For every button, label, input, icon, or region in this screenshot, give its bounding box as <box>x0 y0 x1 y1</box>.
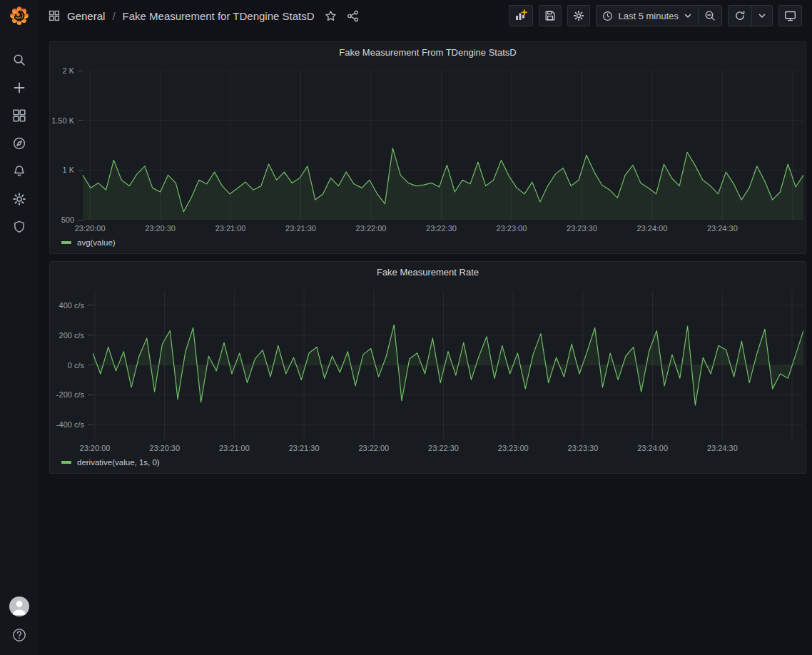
x-tick-label: 23:21:00 <box>219 444 250 452</box>
sidebar-item-help[interactable] <box>0 625 39 645</box>
y-tick-label: 400 c/s <box>59 301 93 310</box>
grafana-logo-icon <box>9 6 29 26</box>
legend-swatch <box>61 461 71 464</box>
dashboards-grid-icon <box>49 10 60 21</box>
clock-icon <box>602 11 613 21</box>
legend-item[interactable]: derivative(value, 1s, 0) <box>61 458 160 467</box>
bell-icon <box>12 164 26 178</box>
sidebar-item-search[interactable] <box>0 46 39 73</box>
user-avatar-icon <box>9 596 29 616</box>
time-picker-group: Last 5 minutes <box>596 5 722 26</box>
add-panel-button[interactable] <box>509 5 533 26</box>
legend-item[interactable]: avg(value) <box>61 238 116 247</box>
panel-title[interactable]: Fake Measurement From TDengine StatsD <box>50 42 806 62</box>
series-area <box>83 148 803 220</box>
y-tick-label: 1 K <box>62 166 83 174</box>
gear-icon <box>573 10 584 21</box>
y-tick-label: 1.50 K <box>51 116 83 125</box>
sidebar-item-alerting[interactable] <box>0 157 39 185</box>
dashboard-settings-button[interactable] <box>567 5 590 26</box>
x-tick-label: 23:22:30 <box>428 444 459 452</box>
kiosk-mode-button[interactable] <box>778 5 802 26</box>
y-tick-label: 0 c/s <box>68 361 93 370</box>
sidebar-item-explore[interactable] <box>0 129 39 157</box>
x-tick-label: 23:20:00 <box>75 224 106 233</box>
legend-label: derivative(value, 1s, 0) <box>77 458 160 467</box>
panel-fake-measurement-rate: Fake Measurement Rate 400 c/s200 c/s0 c/… <box>49 261 806 474</box>
share-icon <box>347 10 359 22</box>
x-tick-label: 23:24:00 <box>636 224 667 233</box>
save-icon <box>544 10 556 21</box>
zoom-out-time-button[interactable] <box>698 6 721 26</box>
refresh-icon <box>734 10 746 21</box>
x-tick-label: 23:21:30 <box>285 224 316 233</box>
dashboard-title[interactable]: Fake Measurement for TDengine StatsD <box>123 10 315 22</box>
add-panel-icon <box>514 9 527 22</box>
plot-area[interactable] <box>83 71 803 220</box>
x-tick-label: 23:20:00 <box>80 444 111 452</box>
refresh-group <box>728 5 773 26</box>
zoom-out-icon <box>704 10 716 21</box>
y-tick-label: -200 c/s <box>56 390 93 399</box>
help-icon <box>11 627 27 643</box>
x-axis: 23:20:0023:20:3023:21:0023:21:3023:22:00… <box>56 223 803 234</box>
dashboards-grid-icon <box>12 108 26 123</box>
share-dashboard-button[interactable] <box>347 10 359 22</box>
sidebar-item-dashboards[interactable] <box>0 101 39 129</box>
y-axis: 2 K1.50 K1 K500 <box>56 71 83 220</box>
star-icon <box>325 10 337 22</box>
breadcrumb: General / Fake Measurement for TDengine … <box>49 10 315 22</box>
x-tick-label: 23:22:00 <box>356 224 387 233</box>
legend-swatch <box>61 241 71 244</box>
x-axis: 23:20:0023:20:3023:21:0023:21:3023:22:00… <box>56 442 803 454</box>
x-tick-label: 23:20:30 <box>145 224 176 233</box>
breadcrumb-folder[interactable]: General <box>67 10 105 22</box>
sidebar-item-server-admin[interactable] <box>0 213 39 240</box>
monitor-icon <box>784 10 796 22</box>
compass-icon <box>12 136 26 151</box>
x-tick-label: 23:24:30 <box>707 444 738 452</box>
refresh-button[interactable] <box>729 6 751 26</box>
plus-icon <box>12 81 26 95</box>
x-tick-label: 23:22:00 <box>358 444 389 452</box>
legend-label: avg(value) <box>77 238 116 247</box>
x-tick-label: 23:23:30 <box>567 224 597 233</box>
y-tick-label: 2 K <box>62 66 83 75</box>
breadcrumb-separator: / <box>112 10 115 22</box>
x-tick-label: 23:21:30 <box>289 444 320 452</box>
chevron-down-icon <box>684 11 692 20</box>
time-range-label: Last 5 minutes <box>618 11 679 21</box>
user-avatar[interactable] <box>9 596 29 616</box>
chart-body: 2 K1.50 K1 K500 <box>56 71 803 220</box>
y-tick-label: 200 c/s <box>59 331 93 340</box>
star-dashboard-button[interactable] <box>325 10 337 22</box>
chart-svg <box>93 290 803 440</box>
x-tick-label: 23:22:30 <box>426 224 457 233</box>
gear-icon <box>12 192 26 206</box>
chevron-down-icon <box>758 11 766 20</box>
x-tick-label: 23:24:00 <box>637 444 668 452</box>
grafana-logo[interactable] <box>0 0 39 31</box>
toolbar: Last 5 minutes <box>509 5 802 26</box>
x-tick-label: 23:20:30 <box>149 444 180 452</box>
x-tick-label: 23:23:00 <box>498 444 529 452</box>
plot-area[interactable] <box>93 290 803 440</box>
sidebar <box>0 0 39 655</box>
x-tick-label: 23:23:30 <box>568 444 599 452</box>
chart-svg <box>83 71 803 220</box>
sidebar-item-configuration[interactable] <box>0 185 39 213</box>
sidebar-item-create[interactable] <box>0 73 39 101</box>
y-axis: 400 c/s200 c/s0 c/s-200 c/s-400 c/s <box>56 290 93 440</box>
chart-body: 400 c/s200 c/s0 c/s-200 c/s-400 c/s <box>56 290 803 440</box>
search-icon <box>12 53 26 67</box>
panel-fake-measurement: Fake Measurement From TDengine StatsD 2 … <box>49 41 806 254</box>
panel-title[interactable]: Fake Measurement Rate <box>50 262 806 282</box>
save-dashboard-button[interactable] <box>539 5 562 26</box>
time-range-picker[interactable]: Last 5 minutes <box>597 6 698 26</box>
x-tick-label: 23:23:00 <box>497 224 527 233</box>
x-tick-label: 23:21:00 <box>215 224 246 233</box>
x-tick-label: 23:24:30 <box>707 224 738 233</box>
refresh-interval-dropdown[interactable] <box>751 6 772 26</box>
y-tick-label: -400 c/s <box>56 420 93 429</box>
shield-icon <box>12 220 26 234</box>
